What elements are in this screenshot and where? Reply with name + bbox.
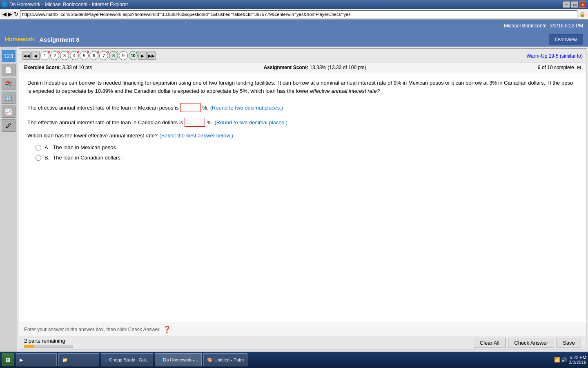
sidebar: 123 📄 📚 🔢 📈 🖊 <box>0 47 17 352</box>
title-bar-left: 🌐 Do Homework - Michael Bonincontri - In… <box>2 2 128 7</box>
nav-prev[interactable]: ◀ <box>31 52 40 60</box>
bottom-bar: Enter your answer in the answer box, the… <box>19 323 586 336</box>
radio-a[interactable] <box>36 145 41 150</box>
sidebar-tools-icon[interactable]: 🖊 <box>2 119 16 132</box>
window-title: Do Homework - Michael Bonincontri - Inte… <box>9 2 128 7</box>
q-badge-10[interactable]: 10✓ <box>129 51 138 60</box>
hint-message: Enter your answer in the answer box, the… <box>24 327 160 332</box>
q-badge-8[interactable]: 8✓ <box>109 51 118 60</box>
expand-icon[interactable]: ⊞ <box>577 65 581 70</box>
question-text: Denim Industries can borrow its needed f… <box>27 79 578 95</box>
answer-input-1[interactable] <box>180 103 200 112</box>
title-bar-controls: ─ ▭ ✕ <box>563 1 586 8</box>
minimize-button[interactable]: ─ <box>563 1 570 8</box>
select-hint: (Select the best answer below.) <box>159 132 233 139</box>
clear-all-button[interactable]: Clear All <box>474 338 506 348</box>
progress-bar <box>24 345 73 348</box>
answer-input-2[interactable] <box>185 118 205 127</box>
option-a-label: A. <box>45 144 49 150</box>
assignment-name: Assignment 8 <box>39 36 79 43</box>
parts-remaining-area: 2 parts remaining <box>24 338 73 348</box>
exercise-score: Exercise Score: 3.33 of 10 pts <box>24 65 92 70</box>
check-answer-button[interactable]: Check Answer <box>508 338 554 348</box>
save-button[interactable]: Save <box>557 338 581 348</box>
sidebar-doc-icon[interactable]: 📄 <box>2 64 16 76</box>
homework-label: Homework: <box>5 36 36 43</box>
sidebar-book-icon[interactable]: 📚 <box>2 78 16 90</box>
q-badge-2[interactable]: 2✕ <box>50 51 59 60</box>
question-part-3: Which loan has the lower effective annua… <box>27 132 578 139</box>
close-button[interactable]: ✕ <box>579 1 586 8</box>
score-bar: Exercise Score: 3.33 of 10 pts Assignmen… <box>19 63 586 72</box>
refresh-icon[interactable]: ↻ <box>14 11 18 17</box>
forward-icon[interactable]: ▶ <box>8 11 12 17</box>
progress-fill <box>24 345 34 348</box>
browser-icon: 🌐 <box>2 2 8 7</box>
option-b-text: The loan in Canadian dollars. <box>53 155 122 161</box>
radio-b[interactable] <box>36 155 41 161</box>
restore-button[interactable]: ▭ <box>571 1 578 8</box>
q-badge-7[interactable]: 7✕ <box>99 51 108 60</box>
sidebar-graph-icon[interactable]: 📈 <box>2 105 16 118</box>
parts-remaining-text: 2 parts remaining <box>24 338 65 344</box>
overview-button[interactable]: Overview <box>549 34 583 45</box>
user-datetime: 3/2/16 6:22 PM <box>550 23 583 29</box>
q-badge-4[interactable]: 4✕ <box>70 51 79 60</box>
assignment-score: Assignment Score: 13.33% (13.33 of 100 p… <box>264 65 366 70</box>
username: Michael Bonincontri <box>504 23 547 29</box>
q-badge-6[interactable]: 6✕ <box>89 51 98 60</box>
address-bar: ◀ ▶ ↻ 🔒 <box>0 9 588 20</box>
radio-option-b[interactable]: B. The loan in Canadian dollars. <box>36 155 578 161</box>
user-bar: Michael Bonincontri 3/2/16 6:22 PM <box>0 20 588 32</box>
homework-title: Homework: Assignment 8 <box>5 36 80 43</box>
help-icon[interactable]: ❓ <box>163 325 171 333</box>
warm-up-link[interactable]: Warm-Up 19-5 (similar to) <box>526 53 583 59</box>
complete-count: 9 of 10 complete ⊞ <box>538 65 581 70</box>
main-content: 123 📄 📚 🔢 📈 🖊 ◀◀ ◀ 1✕ 2✕ 3✕ <box>0 47 588 352</box>
q-badge-9[interactable]: 9 <box>119 51 128 60</box>
option-b-label: B. <box>45 155 49 161</box>
nav-last[interactable]: ▶▶ <box>147 52 156 60</box>
address-input[interactable] <box>20 10 577 18</box>
title-bar: 🌐 Do Homework - Michael Bonincontri - In… <box>0 0 588 9</box>
option-a-text: The loan in Mexican pesos. <box>53 144 117 150</box>
hint-text-2: (Round to two decimal places.) <box>215 119 287 126</box>
hint-area: Enter your answer in the answer box, the… <box>24 325 171 333</box>
question-nav: ◀◀ ◀ 1✕ 2✕ 3✕ 4✕ 5✕ 6✕ <box>22 51 156 60</box>
question-part-1: The effective annual interest rate of th… <box>27 103 578 112</box>
hint-text-1: (Round to two decimal places.) <box>210 105 283 111</box>
sidebar-calc-icon[interactable]: 🔢 <box>2 92 16 104</box>
radio-option-a[interactable]: A. The loan in Mexican pesos. <box>36 144 578 150</box>
question-body: Denim Industries can borrow its needed f… <box>19 72 586 323</box>
question-part-2: The effective annual interest rate of th… <box>27 118 578 127</box>
sidebar-numbers-icon[interactable]: 123 <box>2 50 16 62</box>
back-icon[interactable]: ◀ <box>2 11 7 17</box>
navigation-bar: ◀◀ ◀ 1✕ 2✕ 3✕ 4✕ 5✕ 6✕ <box>19 49 586 63</box>
parts-bar: 2 parts remaining Clear All Check Answer… <box>19 336 586 350</box>
nav-first[interactable]: ◀◀ <box>22 52 31 60</box>
homework-header: Homework: Assignment 8 Overview <box>0 32 588 47</box>
lock-icon: 🔒 <box>579 11 586 17</box>
q-badge-5[interactable]: 5✕ <box>80 51 89 60</box>
q-badge-3[interactable]: 3✕ <box>60 51 69 60</box>
q-badge-1[interactable]: 1✕ <box>40 51 49 60</box>
action-buttons: Clear All Check Answer Save <box>474 338 581 348</box>
question-panel: ◀◀ ◀ 1✕ 2✕ 3✕ 4✕ 5✕ 6✕ <box>19 48 586 350</box>
nav-next[interactable]: ▶ <box>138 52 147 60</box>
